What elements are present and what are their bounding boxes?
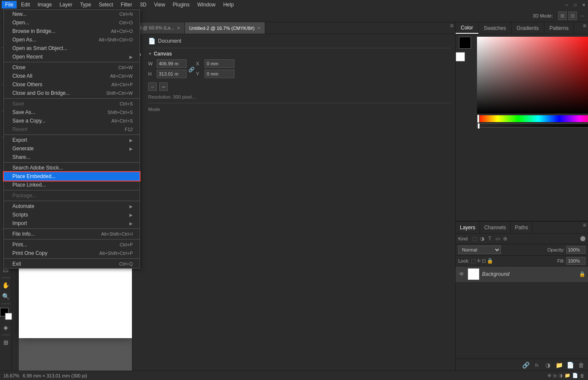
menu-entry-print-one[interactable]: Print One Copy Alt+Shift+Ctrl+P [4,249,140,257]
height-input[interactable] [157,70,187,78]
menu-entry-open-as[interactable]: Open As... Alt+Shift+Ctrl+O [4,35,140,44]
tab-color[interactable]: Color [456,22,479,34]
menu-select[interactable]: Select [95,1,116,9]
menu-entry-file-info[interactable]: File Info... Alt+Shift+Ctrl+I [4,230,140,238]
new-layer-footer-btn[interactable]: 📄 [572,373,578,378]
more-options-button[interactable]: ··· [580,13,585,19]
menu-3d[interactable]: 3D [136,1,149,9]
menu-layer[interactable]: Layer [56,1,76,9]
mask-btn[interactable]: ◑ [559,373,563,378]
alpha-bar[interactable] [477,123,588,128]
menu-entry-close[interactable]: Close Ctrl+W [4,63,140,72]
filter-shape-icon[interactable]: ▭ [494,235,501,242]
foreground-swatch[interactable] [459,37,471,49]
menu-entry-open-recent[interactable]: Open Recent ▶ [4,53,140,61]
options-btn-1[interactable]: ⊞ [558,12,567,20]
layer-background[interactable]: 👁 Background 🔒 [456,266,588,282]
y-input[interactable] [205,70,234,78]
filter-text-icon[interactable]: T [486,235,493,242]
background-color[interactable] [5,313,12,320]
menu-type[interactable]: Type [76,1,94,9]
tab-3-close[interactable]: ✕ [257,26,260,30]
menu-window[interactable]: Window [194,1,219,9]
properties-menu-btn[interactable]: ≡ [448,22,455,34]
fx-btn[interactable]: fx [553,373,557,378]
new-layer-btn[interactable]: 📄 [566,361,574,369]
tab-2-close[interactable]: ✕ [177,26,180,30]
delete-footer-btn[interactable]: 🗑 [580,373,585,378]
menu-entry-save-copy[interactable]: Save a Copy... Alt+Ctrl+S [4,117,140,125]
hue-bar[interactable] [477,115,588,122]
menu-entry-scripts[interactable]: Scripts ▶ [4,210,140,219]
options-btn-2[interactable]: ⊟ [568,12,577,20]
menu-entry-open[interactable]: Open... Ctrl+O [4,18,140,27]
menu-entry-import[interactable]: Import ▶ [4,219,140,228]
menu-view[interactable]: View [151,1,169,9]
color-menu-btn[interactable]: ≡ [581,22,588,34]
menu-entry-automate[interactable]: Automate ▶ [4,202,140,210]
menu-entry-close-others[interactable]: Close Others Alt+Ctrl+P [4,80,140,89]
menu-entry-close-all[interactable]: Close All Alt+Ctrl+W [4,72,140,80]
filter-toggle[interactable] [580,236,585,241]
navigator-btn[interactable]: ⊕ [547,373,551,378]
lock-pixel-icon[interactable]: ⬚ [471,258,476,264]
menu-entry-generate[interactable]: Generate ▶ [4,144,140,153]
rotate-canvas-icon[interactable]: ⤾ [148,82,157,91]
layers-menu-btn[interactable]: ≡ [581,222,588,233]
menu-image[interactable]: Image [34,1,55,9]
tab-patterns[interactable]: Patterns [544,22,574,34]
menu-entry-save-as[interactable]: Save As... Shift+Ctrl+S [4,108,140,117]
menu-edit[interactable]: Edit [18,1,33,9]
menu-entry-exit[interactable]: Exit Ctrl+Q [4,260,140,268]
lock-all-icon[interactable]: 🔒 [487,258,493,264]
tool-hand[interactable]: ✋ [1,280,11,290]
x-input[interactable] [205,59,234,68]
delete-layer-btn[interactable]: 🗑 [577,361,585,369]
tab-gradients[interactable]: Gradients [512,22,544,34]
maximize-button[interactable]: □ [572,1,579,8]
tab-swatches[interactable]: Swatches [479,22,512,34]
menu-plugins[interactable]: Plugins [170,1,193,9]
lock-artboard-icon[interactable]: ⊡ [482,258,486,264]
menu-entry-bridge[interactable]: Browse in Bridge... Alt+Ctrl+O [4,27,140,35]
menu-help[interactable]: Help [220,1,237,9]
alpha-slider[interactable] [477,123,480,129]
flip-canvas-icon[interactable]: ⇔ [159,82,168,91]
menu-filter[interactable]: Filter [117,1,136,9]
background-swatch[interactable] [456,52,465,61]
menu-entry-close-bridge[interactable]: Close and Go to Bridge... Shift+Ctrl+W [4,89,140,97]
tab-3[interactable]: Untitled-2 @ 16.7% (CMYK/8#) ✕ [185,22,265,34]
link-layers-btn[interactable]: 🔗 [521,361,530,369]
close-button[interactable]: ✕ [580,1,587,8]
menu-entry-place-linked[interactable]: Place Linked... [4,181,140,189]
minimize-button[interactable]: ─ [563,1,570,8]
fill-input[interactable] [566,257,585,265]
filter-adjust-icon[interactable]: ◑ [479,235,486,242]
tool-screen-mode[interactable]: ⊞ [1,337,11,348]
color-gradient-picker[interactable] [477,37,588,114]
lock-position-icon[interactable]: ✛ [477,258,481,264]
tool-zoom[interactable]: 🔍 [1,291,11,301]
add-style-btn[interactable]: fx [532,361,541,369]
new-group-footer-btn[interactable]: 📁 [565,373,570,378]
menu-entry-smart-object[interactable]: Open as Smart Object... [4,44,140,53]
opacity-input[interactable] [566,246,585,254]
color-gradient-area[interactable] [477,37,588,128]
menu-entry-export[interactable]: Export ▶ [4,136,140,144]
tab-layers[interactable]: Layers [456,222,480,233]
tab-paths[interactable]: Paths [511,222,533,233]
new-group-btn[interactable]: 📁 [555,361,563,369]
filter-smart-icon[interactable]: ⊕ [502,235,509,242]
tool-quick-mask[interactable]: ◈ [1,322,11,333]
menu-file[interactable]: File [2,1,17,9]
width-input[interactable] [157,59,187,68]
menu-entry-share[interactable]: Share... [4,153,140,161]
layer-visibility-icon[interactable]: 👁 [458,271,465,278]
tab-channels[interactable]: Channels [480,222,511,233]
blend-mode-select[interactable]: Normal Multiply Screen [458,246,501,254]
filter-pixel-icon[interactable]: ⬚ [471,235,478,242]
hue-slider[interactable] [477,114,480,123]
menu-entry-new[interactable]: New... Ctrl+N [4,10,140,18]
menu-entry-adobe-stock[interactable]: Search Adobe Stock... [4,164,140,172]
menu-entry-place-embedded[interactable]: Place Embedded... [4,172,140,181]
